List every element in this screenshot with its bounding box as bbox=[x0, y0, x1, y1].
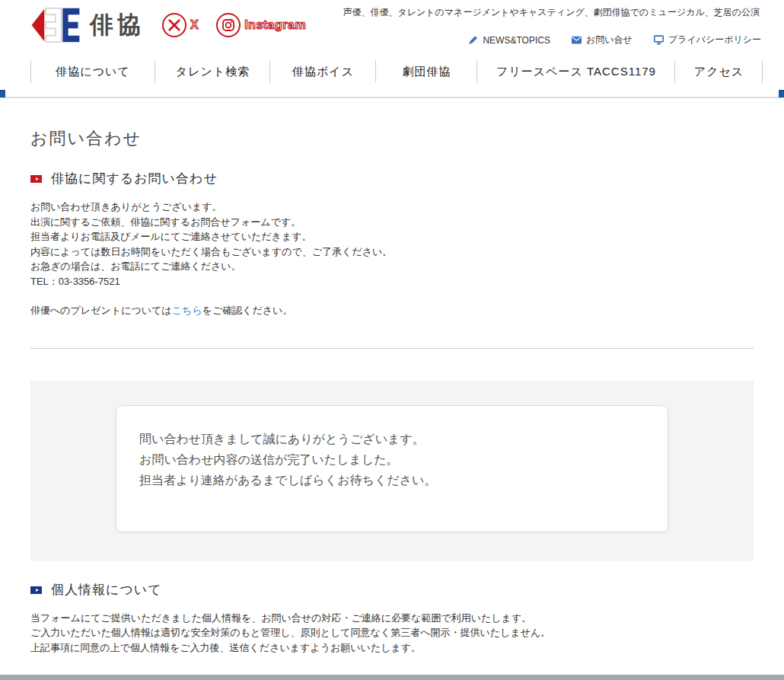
completion-line: 担当者より連絡があるまでしばらくお待ちください。 bbox=[139, 470, 668, 490]
nav-item-freespace-taccs1179[interactable]: フリースペース TACCS1179 bbox=[477, 58, 675, 85]
nav-item-about[interactable]: 俳協について bbox=[30, 58, 155, 85]
x-label: X bbox=[190, 18, 199, 32]
instagram-social-link[interactable]: Instagram bbox=[215, 12, 306, 38]
completion-message-box: 問い合わせ頂きまして誠にありがとうございます。 お問い合わせ内容の送信が完了いた… bbox=[116, 405, 668, 532]
completion-panel: 問い合わせ頂きまして誠にありがとうございます。 お問い合わせ内容の送信が完了いた… bbox=[30, 381, 754, 561]
inquiry-line: お急ぎの場合は、お電話にてご連絡ください。 bbox=[30, 259, 754, 274]
news-topics-link[interactable]: NEWS&TOPICS bbox=[468, 34, 550, 46]
privacy-line: ご入力いただいた個人情報は適切な安全対策のもと管理し、原則として同意なく第三者へ… bbox=[30, 625, 754, 640]
blue-arrow-marker-icon bbox=[30, 586, 42, 594]
contact-label: お問い合せ bbox=[586, 34, 633, 46]
main-content: お問い合わせ 俳協に関するお問い合わせ お問い合わせ頂きありがとうございます。 … bbox=[0, 127, 784, 655]
inquiry-line: 担当者よりお電話及びメールにてご連絡させていただきます。 bbox=[30, 229, 754, 244]
inquiry-section-heading: 俳協に関するお問い合わせ bbox=[30, 170, 754, 188]
footer-strip bbox=[0, 675, 784, 680]
logo-text: 俳協 bbox=[90, 9, 145, 41]
site-header: 俳協 X Instagram 声優、俳優、タレントのマネージメントやキャスティン… bbox=[0, 0, 784, 58]
edge-accent-right bbox=[779, 90, 784, 97]
x-social-link[interactable]: X bbox=[161, 12, 199, 38]
inquiry-line: お問い合わせ頂きありがとうございます。 bbox=[30, 200, 754, 215]
present-note-before: 俳優へのプレゼントについては bbox=[30, 305, 172, 316]
privacy-policy-link[interactable]: プライバシーポリシー bbox=[654, 34, 761, 46]
present-info-link[interactable]: こちら bbox=[172, 305, 202, 316]
mail-icon bbox=[572, 35, 582, 45]
nav-item-access[interactable]: アクセス bbox=[675, 58, 763, 85]
completion-line: お問い合わせ内容の送信が完了いたしました。 bbox=[139, 449, 668, 470]
logo-row: 俳協 X Instagram bbox=[29, 7, 306, 43]
edge-accent-left bbox=[0, 90, 5, 97]
section-divider bbox=[30, 348, 754, 349]
pencil-icon bbox=[468, 35, 478, 45]
haikyo-logo-mark-icon bbox=[29, 7, 82, 43]
utility-links: NEWS&TOPICS お問い合せ プライバシーポリシー bbox=[468, 34, 761, 46]
x-icon bbox=[161, 12, 187, 38]
news-topics-label: NEWS&TOPICS bbox=[483, 35, 550, 46]
completion-line: 問い合わせ頂きまして誠にありがとうございます。 bbox=[139, 429, 668, 449]
tel-number: TEL：03-3356-7521 bbox=[30, 274, 754, 289]
instagram-label: Instagram bbox=[244, 18, 306, 32]
main-nav: 俳協について タレント検索 俳協ボイス 劇団俳協 フリースペース TACCS11… bbox=[0, 58, 784, 85]
privacy-line: 当フォームにてご提供いただきました個人情報を、お問い合せの対応・ご連絡に必要な範… bbox=[30, 611, 754, 626]
nav-underline bbox=[0, 85, 784, 98]
nav-item-haikyo-voice[interactable]: 俳協ボイス bbox=[270, 58, 376, 85]
privacy-section-heading: 個人情報について bbox=[30, 581, 754, 599]
present-note: 俳優へのプレゼントについてはこちらをご確認ください。 bbox=[30, 303, 754, 318]
inquiry-line: 出演に関するご依頼、俳協に関するお問合せフォームです。 bbox=[30, 215, 754, 230]
tagline: 声優、俳優、タレントのマネージメントやキャスティング、劇団俳協でのミュージカル、… bbox=[343, 6, 760, 19]
inquiry-heading-label: 俳協に関するお問い合わせ bbox=[51, 170, 218, 188]
site-logo[interactable]: 俳協 bbox=[29, 7, 145, 43]
present-note-after: をご確認ください。 bbox=[202, 305, 293, 316]
privacy-line: 上記事項に同意の上で個人情報をご入力後、送信くださいますようお願いいたします。 bbox=[30, 640, 754, 656]
page-title: お問い合わせ bbox=[30, 127, 754, 150]
privacy-description: 当フォームにてご提供いただきました個人情報を、お問い合せの対応・ご連絡に必要な範… bbox=[30, 611, 754, 656]
instagram-icon bbox=[215, 12, 241, 38]
contact-link[interactable]: お問い合せ bbox=[572, 34, 633, 46]
red-arrow-marker-icon bbox=[30, 175, 42, 183]
nav-item-gekidan-haikyo[interactable]: 劇団俳協 bbox=[376, 58, 477, 85]
privacy-heading-label: 個人情報について bbox=[51, 581, 162, 599]
nav-item-talent-search[interactable]: タレント検索 bbox=[155, 58, 270, 85]
inquiry-description: お問い合わせ頂きありがとうございます。 出演に関するご依頼、俳協に関するお問合せ… bbox=[30, 200, 754, 289]
privacy-policy-label: プライバシーポリシー bbox=[668, 34, 761, 46]
monitor-icon bbox=[654, 35, 664, 45]
inquiry-line: 内容によっては数日お時間をいただく場合もございますので、ご了承ください。 bbox=[30, 244, 754, 260]
